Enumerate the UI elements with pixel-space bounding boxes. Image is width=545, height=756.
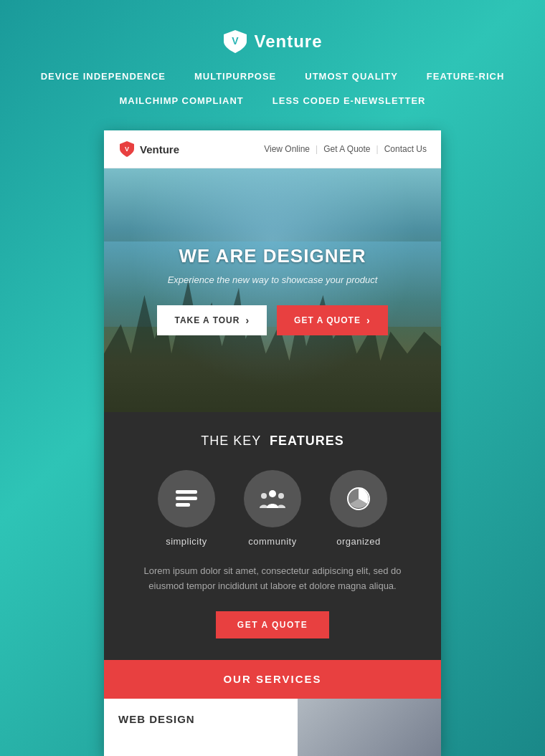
get-quote-features-label: GET A QUOTE (237, 620, 308, 630)
feature-community-circle (244, 470, 301, 527)
features-title: THE KEY FEATURES (118, 434, 427, 449)
features-section: THE KEY FEATURES simplicity (104, 412, 441, 660)
hero-section: WE ARE DESIGNER Experience the new way t… (104, 168, 441, 412)
take-tour-button[interactable]: TAKE A TOUR › (157, 305, 267, 335)
services-title: OUR SERVICES (223, 673, 321, 685)
svg-text:V: V (125, 145, 129, 153)
hero-content: WE ARE DESIGNER Experience the new way t… (143, 231, 402, 350)
features-title-light: THE KEY (201, 434, 261, 448)
nav-get-quote[interactable]: Get A Quote (323, 144, 370, 154)
feature-organized: organized (330, 470, 387, 547)
feature-simplicity: simplicity (158, 470, 215, 547)
email-header: V Venture View Online | Get A Quote | Co… (104, 130, 441, 168)
take-tour-arrow-icon: › (245, 315, 250, 326)
feature-community-label: community (248, 536, 296, 547)
nav-view-online[interactable]: View Online (264, 144, 310, 154)
tagline-3: UTMOST QUALITY (305, 67, 398, 86)
hero-title: WE ARE DESIGNER (157, 245, 387, 267)
tagline-6: LESS CODED E-NEWSLETTER (272, 92, 426, 110)
features-title-bold: FEATURES (270, 434, 344, 448)
features-icons: simplicity (118, 470, 427, 547)
svg-rect-4 (176, 503, 190, 507)
get-quote-hero-button[interactable]: GET A QUOTE › (277, 305, 387, 335)
web-design-title: WEB DESIGN (118, 713, 195, 725)
email-brand-name: Venture (140, 143, 179, 155)
nav-sep-1: | (316, 144, 318, 154)
svg-point-5 (269, 490, 276, 497)
organized-icon (346, 487, 371, 511)
svg-text:V: V (232, 35, 240, 47)
svg-rect-3 (176, 497, 197, 500)
features-description: Lorem ipsum dolor sit amet, consectetur … (136, 564, 409, 594)
outer-brand-name: Venture (254, 32, 322, 52)
get-quote-hero-label: GET A QUOTE (294, 315, 361, 325)
outer-logo: V Venture (0, 29, 545, 54)
get-quote-hero-arrow-icon: › (366, 315, 371, 326)
tagline-2: MULTIPURPOSE (194, 67, 276, 86)
feature-simplicity-label: simplicity (166, 536, 207, 547)
email-logo: V Venture (118, 140, 179, 158)
hero-buttons: TAKE A TOUR › GET A QUOTE › (157, 305, 387, 335)
simplicity-icon (174, 488, 199, 509)
email-card: V Venture View Online | Get A Quote | Co… (104, 130, 441, 756)
feature-community: community (244, 470, 301, 547)
tagline-5: MAILCHIMP COMPLIANT (120, 92, 244, 110)
nav-sep-2: | (376, 144, 379, 154)
take-tour-label: TAKE A TOUR (174, 315, 240, 325)
tagline-4: FEATURE-RICH (427, 67, 505, 86)
web-design-image (298, 699, 441, 756)
svg-rect-2 (176, 490, 197, 494)
outer-header: V Venture DEVICE INDEPENDENCE MULTIPURPO… (0, 29, 545, 110)
svg-point-6 (261, 493, 267, 499)
outer-logo-icon: V (222, 29, 248, 54)
email-logo-icon: V (118, 140, 136, 158)
feature-organized-circle (330, 470, 387, 527)
web-design-section: WEB DESIGN (104, 699, 441, 756)
hero-subtitle: Experience the new way to showcase your … (157, 274, 387, 285)
community-icon (258, 487, 287, 511)
feature-simplicity-circle (158, 470, 215, 527)
nav-contact-us[interactable]: Contact Us (384, 144, 427, 154)
page-wrapper: V Venture DEVICE INDEPENDENCE MULTIPURPO… (0, 0, 545, 756)
svg-point-7 (278, 493, 284, 499)
get-quote-features-button[interactable]: GET A QUOTE (216, 611, 329, 638)
taglines: DEVICE INDEPENDENCE MULTIPURPOSE UTMOST … (0, 67, 545, 110)
feature-organized-label: organized (336, 536, 381, 547)
web-design-text-area: WEB DESIGN (104, 699, 298, 756)
services-section: OUR SERVICES (104, 660, 441, 699)
email-nav[interactable]: View Online | Get A Quote | Contact Us (264, 144, 427, 154)
tagline-1: DEVICE INDEPENDENCE (41, 67, 166, 86)
